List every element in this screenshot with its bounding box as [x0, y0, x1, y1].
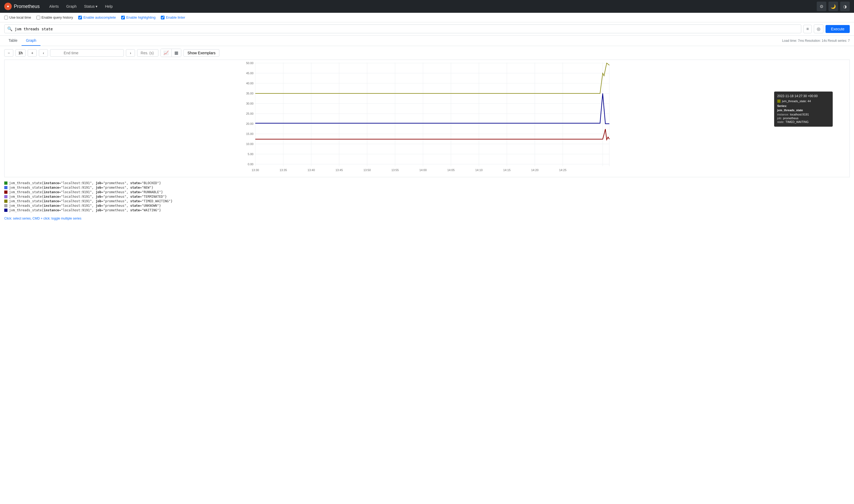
brand: Prometheus [4, 3, 40, 10]
svg-text:13:55: 13:55 [391, 168, 399, 172]
autocomplete-label: Enable autocomplete [83, 15, 116, 19]
svg-text:14:10: 14:10 [475, 168, 483, 172]
chart-type-selector: 📈 ▦ [161, 49, 181, 57]
tab-table[interactable]: Table [4, 36, 21, 46]
linter-label: Enable linter [166, 15, 185, 19]
use-local-time-option[interactable]: Use local time [4, 15, 31, 19]
search-input-wrap: 🔍 [4, 24, 801, 33]
svg-text:40.00: 40.00 [246, 82, 253, 85]
use-local-time-checkbox[interactable] [4, 16, 8, 19]
tooltip-series-label: Series: [777, 104, 830, 108]
tooltip-val-job: prometheus [783, 116, 798, 120]
resolution-input[interactable] [137, 49, 158, 57]
autocomplete-option[interactable]: Enable autocomplete [78, 15, 116, 19]
tooltip-metric-label: jvm_threads_state: 44 [782, 100, 811, 103]
svg-text:45.00: 45.00 [246, 72, 253, 75]
svg-text:14:25: 14:25 [559, 168, 567, 172]
increase-duration-button[interactable]: + [28, 49, 37, 57]
line-chart-button[interactable]: 📈 [161, 49, 172, 57]
svg-text:13:50: 13:50 [363, 168, 371, 172]
legend-item-new[interactable]: jvm_threads_state{instance="localhost:91… [4, 186, 850, 190]
query-history-checkbox[interactable] [36, 16, 40, 19]
legend-label-unknown: jvm_threads_state{instance="localhost:91… [9, 204, 161, 208]
legend-label-timed-waiting: jvm_threads_state{instance="localhost:91… [9, 199, 173, 203]
svg-rect-2 [243, 60, 611, 177]
nav-status[interactable]: Status [81, 2, 101, 11]
tooltip-swatch [777, 100, 781, 103]
legend-item-timed-waiting[interactable]: jvm_threads_state{instance="localhost:91… [4, 199, 850, 203]
tab-graph[interactable]: Graph [21, 36, 40, 46]
highlighting-checkbox[interactable] [121, 16, 125, 19]
legend-swatch-waiting [4, 209, 7, 212]
nav-alerts[interactable]: Alerts [46, 2, 62, 11]
legend-item-blocked[interactable]: jvm_threads_state{instance="localhost:91… [4, 181, 850, 185]
tab-meta: Load time: 7ms Resolution: 14s Result se… [782, 36, 850, 45]
stacked-chart-button[interactable]: ▦ [172, 49, 181, 57]
navbar-right: ⚙ 🌙 ◑ [817, 2, 850, 11]
svg-text:13:35: 13:35 [280, 168, 287, 172]
tooltip-kv-job: job: prometheus [777, 116, 830, 120]
search-icon: 🔍 [7, 26, 13, 31]
legend-swatch-blocked [4, 181, 7, 185]
end-time-input[interactable] [50, 49, 124, 57]
autocomplete-checkbox[interactable] [78, 16, 82, 19]
nav-help[interactable]: Help [102, 2, 116, 11]
svg-text:14:15: 14:15 [503, 168, 511, 172]
tooltip-key-job: job: [777, 116, 782, 120]
tooltip-val-state: TIMED_WAITING [785, 120, 808, 124]
execute-button[interactable]: Execute [825, 25, 850, 33]
use-local-time-label: Use local time [9, 15, 31, 19]
linter-checkbox[interactable] [161, 16, 164, 19]
metrics-button[interactable]: ◎ [814, 24, 823, 33]
brand-name: Prometheus [14, 4, 40, 9]
svg-text:30.00: 30.00 [246, 102, 253, 105]
legend-label-blocked: jvm_threads_state{instance="localhost:91… [9, 181, 161, 185]
graph-controls: − 1h + ‹ › 📈 ▦ Show Exemplars [0, 46, 854, 60]
highlighting-option[interactable]: Enable highlighting [121, 15, 156, 19]
linter-option[interactable]: Enable linter [161, 15, 185, 19]
tabs-row: Table Graph Load time: 7ms Resolution: 1… [0, 36, 854, 46]
svg-point-1 [7, 5, 9, 7]
show-exemplars-button[interactable]: Show Exemplars [183, 49, 219, 57]
legend-label-runnable: jvm_threads_state{instance="localhost:91… [9, 190, 163, 194]
legend-item-terminated[interactable]: jvm_threads_state{instance="localhost:91… [4, 195, 850, 199]
legend-label-waiting: jvm_threads_state{instance="localhost:91… [9, 209, 161, 212]
legend-swatch-runnable [4, 191, 7, 194]
decrease-duration-button[interactable]: − [4, 49, 13, 57]
tooltip-kv-instance: instance: localhost:9191 [777, 113, 830, 116]
svg-text:13:45: 13:45 [335, 168, 343, 172]
settings-icon-button[interactable]: ⚙ [817, 2, 826, 11]
query-history-option[interactable]: Enable query history [36, 15, 73, 19]
circle-icon-button[interactable]: ◑ [840, 2, 850, 11]
legend-label-new: jvm_threads_state{instance="localhost:91… [9, 186, 153, 190]
legend-label-terminated: jvm_threads_state{instance="localhost:91… [9, 195, 167, 199]
svg-text:14:20: 14:20 [531, 168, 538, 172]
prev-time-button[interactable]: ‹ [39, 49, 48, 57]
dark-mode-icon-button[interactable]: 🌙 [829, 2, 838, 11]
legend-swatch-timed-waiting [4, 200, 7, 203]
svg-text:35.00: 35.00 [246, 92, 253, 95]
nav-graph[interactable]: Graph [63, 2, 80, 11]
click-hint: Click: select series, CMD + click: toggl… [0, 215, 854, 223]
tooltip-kv-state: state: TIMED_WAITING [777, 120, 830, 124]
legend-swatch-terminated [4, 195, 7, 198]
nav-links: Alerts Graph Status Help [46, 2, 116, 11]
format-button[interactable]: ≡ [803, 25, 812, 33]
search-input[interactable] [15, 27, 798, 31]
legend-swatch-new [4, 186, 7, 189]
svg-text:15.00: 15.00 [246, 132, 253, 136]
prometheus-logo [4, 3, 12, 10]
search-bar: 🔍 ≡ ◎ Execute [0, 22, 854, 36]
next-time-button[interactable]: › [126, 49, 135, 57]
svg-text:25.00: 25.00 [246, 112, 253, 115]
legend-item-waiting[interactable]: jvm_threads_state{instance="localhost:91… [4, 209, 850, 212]
svg-text:20.00: 20.00 [246, 122, 253, 125]
tooltip-key-instance: instance: [777, 113, 789, 116]
tooltip-metric-name: jvm_threads_state [777, 109, 830, 112]
legend-swatch-unknown [4, 204, 7, 207]
legend-item-runnable[interactable]: jvm_threads_state{instance="localhost:91… [4, 190, 850, 194]
legend-area: jvm_threads_state{instance="localhost:91… [0, 177, 854, 215]
legend-item-unknown[interactable]: jvm_threads_state{instance="localhost:91… [4, 204, 850, 208]
tooltip-time: 2022-11-18 14:27:30 +00:00 [777, 94, 830, 98]
query-history-label: Enable query history [41, 15, 73, 19]
